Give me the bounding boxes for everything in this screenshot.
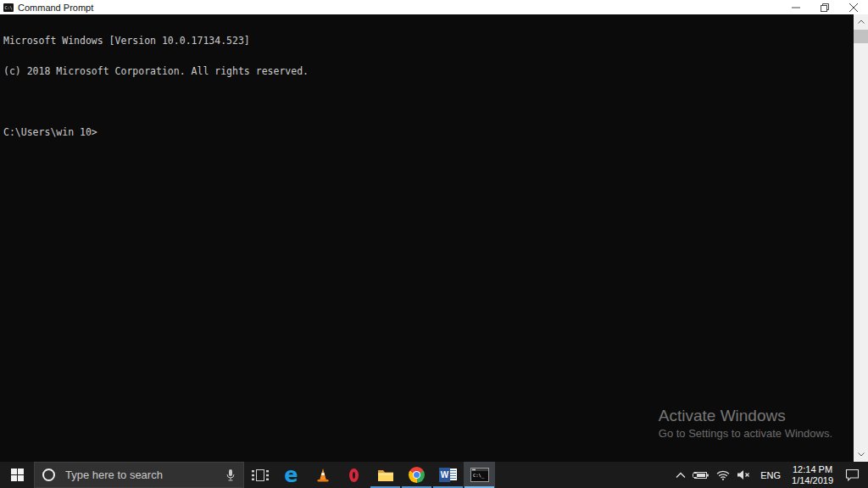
close-button[interactable] <box>839 0 868 14</box>
watermark-title: Activate Windows <box>659 407 832 425</box>
minimize-icon <box>792 3 800 12</box>
taskbar: Type here to search <box>0 462 868 488</box>
language-indicator[interactable]: ENG <box>754 462 787 488</box>
word-icon: W <box>439 468 457 482</box>
chrome-icon <box>409 467 425 483</box>
window-titlebar[interactable]: C:\ Command Prompt <box>0 0 868 14</box>
scrollbar[interactable] <box>854 14 868 462</box>
edge-icon: e <box>284 466 298 485</box>
taskbar-app-edge[interactable]: e <box>275 462 307 488</box>
opera-icon <box>349 469 359 482</box>
minimize-button[interactable] <box>782 0 810 14</box>
cmd-window-icon[interactable]: C:\ <box>3 3 14 12</box>
console[interactable]: Microsoft Windows [Version 10.0.17134.52… <box>0 14 868 462</box>
taskbar-app-command-prompt[interactable]: C:\_ <box>464 462 495 488</box>
restore-button[interactable] <box>810 0 839 14</box>
restore-icon <box>821 3 829 12</box>
taskbar-app-vlc[interactable] <box>307 462 338 488</box>
console-line <box>3 97 851 107</box>
network-status[interactable] <box>713 462 733 488</box>
task-view-icon <box>251 469 270 482</box>
start-button[interactable] <box>0 462 34 488</box>
battery-charging-icon <box>693 470 709 480</box>
tray-overflow-button[interactable] <box>672 462 689 488</box>
console-prompt: C:\Users\win 10> <box>3 127 851 137</box>
chevron-up-icon <box>676 472 686 479</box>
svg-text:C:\_: C:\_ <box>473 473 485 479</box>
taskbar-app-chrome[interactable] <box>401 462 432 488</box>
clock[interactable]: 12:14 PM 1/14/2019 <box>787 462 838 488</box>
scroll-down-arrow-icon[interactable] <box>854 447 868 462</box>
battery-status[interactable] <box>689 462 713 488</box>
taskbar-app-word[interactable]: W <box>432 462 464 488</box>
task-view-button[interactable] <box>244 462 275 488</box>
windows-logo-icon <box>11 469 24 481</box>
wifi-icon <box>716 470 730 480</box>
microphone-icon[interactable] <box>225 469 236 482</box>
scrollbar-thumb[interactable] <box>854 30 868 43</box>
watermark-subtitle: Go to Settings to activate Windows. <box>659 427 832 440</box>
desktop-screen: C:\ Command Prompt Microsoft Windows [Ve… <box>0 0 868 488</box>
clock-time: 12:14 PM <box>792 464 833 475</box>
volume-status[interactable] <box>733 462 754 488</box>
action-center-icon <box>845 469 860 481</box>
window-title: Command Prompt <box>18 3 782 13</box>
search-placeholder: Type here to search <box>65 469 225 481</box>
vlc-icon <box>315 468 331 483</box>
activate-windows-watermark: Activate Windows Go to Settings to activ… <box>659 407 832 440</box>
scroll-up-arrow-icon[interactable] <box>854 14 868 29</box>
cortana-icon <box>42 469 55 481</box>
console-output: Microsoft Windows [Version 10.0.17134.52… <box>3 15 851 158</box>
clock-date: 1/14/2019 <box>792 475 833 486</box>
close-icon <box>849 3 858 12</box>
taskbar-app-opera[interactable] <box>338 462 370 488</box>
console-line: (c) 2018 Microsoft Corporation. All righ… <box>3 66 851 76</box>
file-explorer-icon <box>377 469 394 482</box>
command-prompt-icon: C:\_ <box>470 468 489 482</box>
volume-muted-icon <box>737 469 751 480</box>
search-input[interactable]: Type here to search <box>34 462 244 488</box>
system-tray: ENG 12:14 PM 1/14/2019 <box>672 462 868 488</box>
action-center-button[interactable] <box>838 462 868 488</box>
taskbar-app-file-explorer[interactable] <box>370 462 401 488</box>
console-line: Microsoft Windows [Version 10.0.17134.52… <box>3 36 851 46</box>
